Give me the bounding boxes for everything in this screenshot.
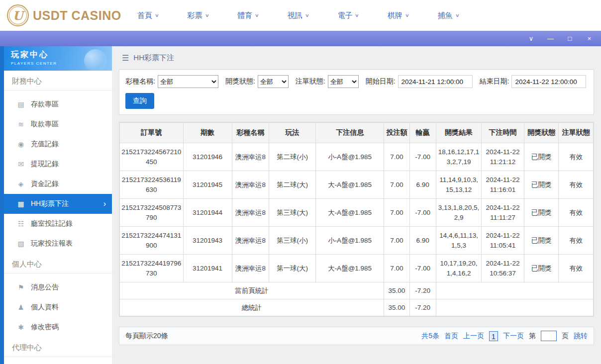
first-page-link[interactable]: 首页 bbox=[444, 332, 458, 341]
sidebar-item-profile[interactable]: ♟ 個人資料 bbox=[4, 297, 112, 317]
col-bet: 投注額 bbox=[384, 123, 409, 143]
cell-play: 第一球(大) bbox=[269, 255, 315, 282]
table-row: 2152173224567210450 31201946 澳洲幸运8 第二球(小… bbox=[120, 143, 594, 171]
nav-label: 體育 bbox=[237, 11, 252, 20]
window-collapse-icon[interactable]: ∨ bbox=[527, 35, 535, 42]
nav-item-lottery[interactable]: 彩票 ∨ bbox=[188, 11, 209, 20]
col-info: 下注信息 bbox=[316, 123, 384, 143]
cell-order: 2152173224536119630 bbox=[120, 171, 184, 199]
cell-order-status: 有效 bbox=[559, 227, 594, 255]
cell-time: 2024-11-22 11:05:41 bbox=[482, 227, 524, 255]
end-date-input[interactable] bbox=[511, 75, 586, 88]
cell-order: 2152173224474131900 bbox=[120, 227, 184, 255]
sidebar-subtitle: PLAYERS CENTER bbox=[11, 61, 112, 66]
sidebar: 玩家中心 PLAYERS CENTER 財務中心 ▤ 存款專區 ≋ 取款專區 ◉… bbox=[4, 46, 112, 364]
cell-order: 2152173224567210450 bbox=[120, 143, 184, 171]
summary-empty bbox=[436, 299, 593, 316]
cell-draw-status: 已開獎 bbox=[524, 227, 558, 255]
sidebar-item-label: 玩家投注報表 bbox=[31, 239, 73, 248]
sidebar-item-change-password[interactable]: ✱ 修改密碼 bbox=[4, 317, 112, 337]
table-row: 2152173224474131900 31201943 澳洲幸运8 第三球(小… bbox=[120, 227, 594, 255]
cell-bet: 7.00 bbox=[384, 143, 409, 171]
sidebar-item-deposit[interactable]: ▤ 存款專區 bbox=[4, 94, 112, 114]
sidebar-section-personal[interactable]: 個人中心 bbox=[4, 254, 112, 273]
caret-down-icon: ∨ bbox=[304, 13, 309, 18]
nav-item-home[interactable]: 首頁 ∨ bbox=[137, 11, 159, 20]
window-close-icon[interactable]: × bbox=[586, 35, 593, 42]
cell-period: 31201943 bbox=[183, 227, 232, 255]
sidebar-item-withdraw[interactable]: ≋ 取款專區 bbox=[4, 114, 112, 134]
start-date-label: 開始日期: bbox=[366, 77, 396, 86]
sidebar-item-label: 資金記錄 bbox=[31, 180, 59, 188]
withdraw-icon: ≋ bbox=[17, 120, 25, 128]
cell-lottery: 澳洲幸运8 bbox=[232, 255, 269, 282]
deposit-icon: ▤ bbox=[17, 100, 25, 108]
cell-period: 31201945 bbox=[183, 171, 232, 199]
sidebar-item-label: 廳室投註記錄 bbox=[31, 219, 73, 228]
cell-order-status: 有效 bbox=[559, 199, 594, 227]
sidebar-section-finance[interactable]: 財務中心 bbox=[4, 71, 112, 91]
jump-page-input[interactable] bbox=[541, 331, 557, 341]
cell-bet: 7.00 bbox=[384, 199, 409, 227]
jump-prefix-label: 第 bbox=[529, 332, 536, 341]
col-draw-status: 開獎狀態 bbox=[524, 123, 558, 143]
cell-winloss: -7.00 bbox=[409, 199, 436, 227]
total-summary-row: 總統計 35.00 -7.20 bbox=[120, 299, 594, 316]
nav-item-sports[interactable]: 體育 ∨ bbox=[237, 11, 259, 20]
recharge-record-icon: ◉ bbox=[17, 140, 25, 148]
window-maximize-icon[interactable]: □ bbox=[566, 35, 574, 42]
cell-draw-status: 已開獎 bbox=[524, 199, 558, 227]
bets-table-panel: 訂單號 期數 彩種名稱 玩法 下注信息 投注額 輸贏 開獎結果 下注時間 開獎狀… bbox=[119, 122, 594, 317]
sidebar-item-cashout-record[interactable]: ✉ 提現記錄 bbox=[4, 154, 112, 174]
col-result: 開獎結果 bbox=[436, 123, 481, 143]
profile-icon: ♟ bbox=[17, 303, 25, 311]
jump-button[interactable]: 跳转 bbox=[574, 332, 588, 341]
sidebar-item-player-bet-report[interactable]: ▧ 玩家投注報表 bbox=[4, 234, 112, 254]
start-date-input[interactable] bbox=[398, 75, 473, 88]
cell-lottery: 澳洲幸运8 bbox=[232, 143, 269, 171]
menu-icon[interactable]: ☰ bbox=[122, 53, 129, 63]
sidebar-item-announcements[interactable]: ⚑ 消息公告 bbox=[4, 277, 112, 297]
sidebar-section-agent[interactable]: 代理中心 bbox=[4, 337, 112, 357]
col-period: 期數 bbox=[183, 123, 232, 143]
col-time: 下注時間 bbox=[482, 123, 524, 143]
cell-draw-status: 已開獎 bbox=[524, 255, 558, 282]
logo[interactable]: U USDT CASINO bbox=[0, 4, 128, 26]
window-minimize-icon[interactable]: — bbox=[547, 35, 554, 42]
cell-order: 2152173224508773790 bbox=[120, 199, 184, 227]
cell-winloss: 6.90 bbox=[409, 171, 436, 199]
nav-item-fishing[interactable]: 捕魚 ∨ bbox=[438, 11, 459, 20]
prev-page-link[interactable]: 上一页 bbox=[463, 332, 484, 341]
nav-item-live[interactable]: 視訊 ∨ bbox=[288, 11, 309, 20]
search-button[interactable]: 查詢 bbox=[125, 93, 154, 109]
col-lottery: 彩種名稱 bbox=[232, 123, 269, 143]
next-page-link[interactable]: 下一页 bbox=[503, 332, 524, 341]
nav-label: 電子 bbox=[337, 11, 352, 20]
nav-item-slots[interactable]: 電子 ∨ bbox=[337, 11, 359, 20]
sidebar-item-hh-lottery-bets[interactable]: ▦ HH彩票下注 › bbox=[4, 194, 112, 214]
nav-item-boardgames[interactable]: 棋牌 ∨ bbox=[388, 11, 409, 20]
draw-status-select[interactable]: 全部 bbox=[258, 75, 289, 88]
main-nav: 首頁 ∨ 彩票 ∨ 體育 ∨ 視訊 ∨ 電子 ∨ 棋牌 ∨ 捕魚 ∨ bbox=[137, 11, 459, 20]
sidebar-item-hall-bet-record[interactable]: ☷ 廳室投註記錄 bbox=[4, 214, 112, 234]
cell-order-status: 有效 bbox=[559, 255, 594, 282]
logo-text: USDT CASINO bbox=[33, 8, 121, 23]
sidebar-item-label: 存款專區 bbox=[31, 100, 59, 109]
summary-winloss: -7.20 bbox=[409, 299, 436, 316]
sidebar-item-recharge-record[interactable]: ◉ 充值記錄 bbox=[4, 134, 112, 154]
order-status-select[interactable]: 全部 bbox=[328, 75, 359, 88]
pager: 共5条 首页 上一页 1 下一页 第 页 跳转 bbox=[421, 331, 588, 341]
nav-label: 捕魚 bbox=[438, 11, 453, 20]
sidebar-header: 玩家中心 PLAYERS CENTER bbox=[4, 46, 112, 71]
lottery-name-select[interactable]: 全部 bbox=[158, 75, 218, 88]
sidebar-item-label: 消息公告 bbox=[31, 283, 59, 292]
sidebar-item-funds-record[interactable]: ◈ 資金記錄 bbox=[4, 174, 112, 194]
current-page-badge[interactable]: 1 bbox=[489, 331, 498, 341]
chevron-right-icon: › bbox=[103, 199, 106, 208]
draw-status-label: 開獎狀態: bbox=[225, 77, 255, 86]
cell-order-status: 有效 bbox=[559, 171, 594, 199]
nav-label: 彩票 bbox=[188, 11, 202, 20]
cell-period: 31201941 bbox=[183, 255, 232, 282]
jump-suffix-label: 页 bbox=[562, 332, 569, 341]
col-play: 玩法 bbox=[269, 123, 315, 143]
